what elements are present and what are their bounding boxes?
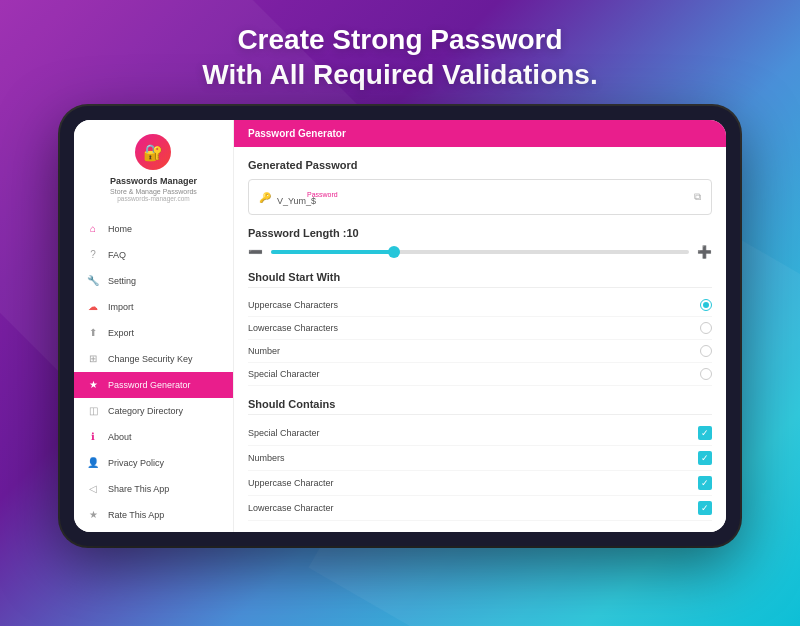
option-row-lowercase-contains[interactable]: Lowercase Character ✓ bbox=[248, 496, 712, 521]
privacy-icon: 👤 bbox=[86, 456, 100, 470]
radio-lowercase[interactable] bbox=[700, 322, 712, 334]
option-label-lowercase: Lowercase Characters bbox=[248, 323, 338, 333]
setting-icon: 🔧 bbox=[86, 274, 100, 288]
slider-minus-button[interactable]: ➖ bbox=[248, 245, 263, 259]
option-row-numbers-contains[interactable]: Numbers ✓ bbox=[248, 446, 712, 471]
should-contains-title: Should Contains bbox=[248, 398, 712, 415]
radio-dot-uppercase bbox=[703, 302, 709, 308]
password-field-label: Password bbox=[307, 191, 338, 198]
option-label-special-start: Special Character bbox=[248, 369, 320, 379]
headline-line1: Create Strong Password bbox=[20, 22, 780, 57]
option-row-special-contains[interactable]: Special Character ✓ bbox=[248, 421, 712, 446]
sidebar-item-generator[interactable]: ★ Password Generator bbox=[74, 372, 233, 398]
option-row-number[interactable]: Number bbox=[248, 340, 712, 363]
radio-uppercase[interactable] bbox=[700, 299, 712, 311]
security-icon: ⊞ bbox=[86, 352, 100, 366]
about-label: About bbox=[108, 432, 132, 442]
sidebar-item-about[interactable]: ℹ About bbox=[74, 424, 233, 450]
import-icon: ☁ bbox=[86, 300, 100, 314]
password-field-box: 🔑 Password V_Yum_$ ⧉ bbox=[248, 179, 712, 215]
headline-line2: With All Required Validations. bbox=[20, 57, 780, 92]
privacy-label: Privacy Policy bbox=[108, 458, 164, 468]
sidebar-item-faq[interactable]: ? FAQ bbox=[74, 242, 233, 268]
sidebar-item-security[interactable]: ⊞ Change Security Key bbox=[74, 346, 233, 372]
faq-label: FAQ bbox=[108, 250, 126, 260]
sidebar-item-rate[interactable]: ★ Rate This App bbox=[74, 502, 233, 528]
option-row-lowercase[interactable]: Lowercase Characters bbox=[248, 317, 712, 340]
content-header: Password Generator bbox=[234, 120, 726, 147]
tablet-screen: 🔐 Passwords Manager Store & Manage Passw… bbox=[74, 120, 726, 532]
app-url: passwords-manager.com bbox=[110, 195, 197, 202]
sidebar-item-import[interactable]: ☁ Import bbox=[74, 294, 233, 320]
option-row-uppercase[interactable]: Uppercase Characters bbox=[248, 294, 712, 317]
slider-plus-button[interactable]: ➕ bbox=[697, 245, 712, 259]
sidebar-nav: ⌂ Home ? FAQ 🔧 Setting ☁ Import ⬆ Exp bbox=[74, 216, 233, 532]
sidebar-item-home[interactable]: ⌂ Home bbox=[74, 216, 233, 242]
content-body: Generated Password 🔑 Password V_Yum_$ ⧉ … bbox=[234, 147, 726, 532]
sidebar-logo: 🔐 Passwords Manager Store & Manage Passw… bbox=[100, 120, 207, 212]
option-label-special-contains: Special Character bbox=[248, 428, 320, 438]
generator-label: Password Generator bbox=[108, 380, 191, 390]
slider-track[interactable] bbox=[271, 250, 689, 254]
checkbox-numbers-contains[interactable]: ✓ bbox=[698, 451, 712, 465]
radio-special-start[interactable] bbox=[700, 368, 712, 380]
export-label: Export bbox=[108, 328, 134, 338]
tablet-frame: 🔐 Passwords Manager Store & Manage Passw… bbox=[60, 106, 740, 546]
key-icon: 🔑 bbox=[259, 192, 271, 203]
password-length-section: Password Length :10 ➖ ➕ bbox=[248, 227, 712, 259]
category-label: Category Directory bbox=[108, 406, 183, 416]
should-start-with-section: Should Start With Uppercase Characters L… bbox=[248, 271, 712, 386]
generated-password-title: Generated Password bbox=[248, 159, 712, 171]
slider-fill bbox=[271, 250, 396, 254]
about-icon: ℹ bbox=[86, 430, 100, 444]
category-icon: ◫ bbox=[86, 404, 100, 418]
home-icon: ⌂ bbox=[86, 222, 100, 236]
should-start-with-title: Should Start With bbox=[248, 271, 712, 288]
copy-icon[interactable]: ⧉ bbox=[694, 191, 701, 203]
sidebar-item-share[interactable]: ◁ Share This App bbox=[74, 476, 233, 502]
option-row-special-start[interactable]: Special Character bbox=[248, 363, 712, 386]
option-label-lowercase-contains: Lowercase Character bbox=[248, 503, 334, 513]
checkbox-uppercase-contains[interactable]: ✓ bbox=[698, 476, 712, 490]
should-contains-section: Should Contains Special Character ✓ Numb… bbox=[248, 398, 712, 521]
sidebar-item-category[interactable]: ◫ Category Directory bbox=[74, 398, 233, 424]
share-label: Share This App bbox=[108, 484, 169, 494]
sidebar-item-privacy[interactable]: 👤 Privacy Policy bbox=[74, 450, 233, 476]
app-name: Passwords Manager bbox=[110, 176, 197, 188]
rate-label: Rate This App bbox=[108, 510, 164, 520]
sidebar: 🔐 Passwords Manager Store & Manage Passw… bbox=[74, 120, 234, 532]
sidebar-item-setting[interactable]: 🔧 Setting bbox=[74, 268, 233, 294]
sidebar-item-contact[interactable]: ✉ Contact Us bbox=[74, 528, 233, 532]
rate-icon: ★ bbox=[86, 508, 100, 522]
sidebar-item-export[interactable]: ⬆ Export bbox=[74, 320, 233, 346]
option-row-uppercase-contains[interactable]: Uppercase Character ✓ bbox=[248, 471, 712, 496]
option-label-numbers-contains: Numbers bbox=[248, 453, 285, 463]
app-tagline: Store & Manage Passwords bbox=[110, 188, 197, 195]
generator-icon: ★ bbox=[86, 378, 100, 392]
checkbox-lowercase-contains[interactable]: ✓ bbox=[698, 501, 712, 515]
import-label: Import bbox=[108, 302, 134, 312]
headline: Create Strong Password With All Required… bbox=[0, 0, 800, 106]
checkbox-special-contains[interactable]: ✓ bbox=[698, 426, 712, 440]
slider-thumb[interactable] bbox=[388, 246, 400, 258]
option-label-number: Number bbox=[248, 346, 280, 356]
security-label: Change Security Key bbox=[108, 354, 193, 364]
main-content: Password Generator Generated Password 🔑 … bbox=[234, 120, 726, 532]
app-logo-icon: 🔐 bbox=[135, 134, 171, 170]
setting-label: Setting bbox=[108, 276, 136, 286]
faq-icon: ? bbox=[86, 248, 100, 262]
share-icon: ◁ bbox=[86, 482, 100, 496]
password-value: V_Yum_$ bbox=[277, 196, 694, 206]
home-label: Home bbox=[108, 224, 132, 234]
option-label-uppercase-contains: Uppercase Character bbox=[248, 478, 334, 488]
slider-row: ➖ ➕ bbox=[248, 245, 712, 259]
password-length-label: Password Length :10 bbox=[248, 227, 712, 239]
radio-number[interactable] bbox=[700, 345, 712, 357]
export-icon: ⬆ bbox=[86, 326, 100, 340]
option-label-uppercase: Uppercase Characters bbox=[248, 300, 338, 310]
